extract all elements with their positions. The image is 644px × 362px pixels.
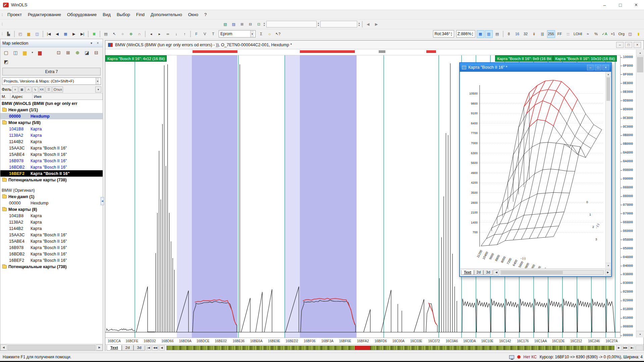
projects-combo-arrow-icon[interactable]: ▾	[96, 78, 99, 84]
tree-row[interactable]: 16B978 Карта "Bosch II 16"	[0, 244, 103, 251]
tree-row[interactable]: 00000 Hexdump	[0, 200, 103, 206]
spinner-c[interactable]: ▴▾	[359, 22, 360, 26]
toolbar-icon[interactable]: ▶|	[78, 30, 86, 38]
toolbar-icon[interactable]: |||	[539, 30, 546, 38]
toolbar-icon[interactable]: %	[592, 30, 600, 38]
toolbar-icon[interactable]	[190, 31, 191, 37]
toolbar-icon[interactable]: ◫	[626, 30, 634, 38]
history-forward-button[interactable]: ▶	[373, 20, 380, 28]
tree-row[interactable]: BMW (Оригинал)	[0, 187, 103, 193]
step-back-button[interactable]: ◀	[159, 345, 165, 351]
tree-row[interactable]: Мои карты (5/8)	[0, 119, 103, 126]
eprom-combo[interactable]: Eprom ▾	[219, 30, 256, 38]
menu-item[interactable]: Find	[133, 11, 148, 18]
toolbar-icon[interactable]: ≣	[90, 30, 98, 38]
panel-tool-icon[interactable]: ▆	[20, 48, 29, 57]
toolbar-icon[interactable]: ⊟	[247, 20, 254, 28]
panel-close-icon[interactable]: ×	[95, 41, 101, 45]
toolbar-icon[interactable]: ii	[530, 30, 538, 38]
tree-row[interactable]: 16B978 Карта "Bosch II 16"	[0, 158, 103, 164]
history-back-button[interactable]: ◀	[364, 20, 372, 28]
tree-row[interactable]: 00000 Hexdump	[0, 113, 103, 119]
toolbar-icon[interactable]: Σ	[257, 30, 265, 38]
tree-row[interactable]: Потенциальные карты (738)	[0, 263, 103, 270]
toolbar-icon[interactable]: ▦	[62, 30, 69, 38]
toolbar-icon[interactable]	[43, 31, 43, 37]
toolbar1-field-a[interactable]	[266, 21, 317, 27]
map-horizontal-scrollbar[interactable]	[500, 270, 604, 275]
tree-row[interactable]: 1138A2 Карта	[0, 132, 103, 138]
toolbar-icon[interactable]: ◂	[147, 30, 155, 38]
toolbar-icon[interactable]: ◰	[16, 30, 24, 38]
panel-tool-icon[interactable]: ▢	[2, 48, 10, 57]
toolbar-icon[interactable]	[503, 31, 503, 37]
tree-row[interactable]: 1144B2 Карта	[0, 225, 103, 232]
panel-horizontal-scrollbar[interactable]: ◀ ▶	[0, 344, 103, 351]
panel-tool-icon[interactable]: ⊟	[92, 48, 101, 57]
toolbar-icon[interactable]: ▮	[635, 30, 642, 38]
menu-item[interactable]: ?	[201, 11, 210, 18]
toolbar-icon[interactable]: ⊞	[238, 20, 246, 28]
toolbar-icon[interactable]: ≈	[584, 30, 592, 38]
toolbar-icon[interactable]: ⊕	[127, 30, 135, 38]
scroll-up-icon[interactable]: ▴	[636, 50, 644, 56]
toolbar-icon[interactable]: T	[209, 30, 217, 38]
toolbar-icon[interactable]: 255	[547, 30, 555, 38]
toolbar-icon[interactable]: 32	[522, 30, 530, 38]
close-button[interactable]: ×	[628, 0, 644, 10]
filter-button[interactable]: ≡	[12, 86, 18, 93]
toolbar-icon[interactable]: ⊡	[255, 20, 263, 28]
toolbar-icon[interactable]	[145, 31, 146, 37]
map-scroll-up-icon[interactable]: ▴	[606, 72, 611, 77]
map-3d-window[interactable]: Карта "Bosch II 16" * – □ × 105009800910…	[459, 62, 612, 277]
toolbar-icon[interactable]: V	[201, 30, 209, 38]
spinner-b[interactable]: ▴▾	[318, 22, 319, 26]
tree-row[interactable]: 15AA3C Карта "Bosch II 16"	[0, 145, 103, 151]
toolbar-icon[interactable]: ∩	[136, 30, 143, 38]
menu-item[interactable]: Дополнительно	[148, 11, 185, 18]
filter-button[interactable]: ↳	[32, 86, 38, 93]
hexdump-minimap-scrollbar[interactable]	[166, 346, 614, 350]
rotation-spinner[interactable]: ▴▾	[451, 32, 452, 36]
toolbar-icon[interactable]: ▸	[156, 30, 163, 38]
rotation-spinbox[interactable]: Rot:346° ▴▾	[433, 30, 454, 38]
map-hscroll-thumb[interactable]	[501, 271, 562, 274]
panel-tool-icon[interactable]	[45, 48, 54, 57]
toolbar-icon[interactable]: ▤	[102, 30, 110, 38]
map-view-tab[interactable]: Text	[461, 270, 474, 275]
editor-vertical-scrollbar[interactable]: ▴ ▾	[636, 50, 644, 338]
map-scroll-right-icon[interactable]: ▶	[605, 270, 611, 275]
panel-tool-icon[interactable]: ⊞	[64, 48, 72, 57]
tree-row[interactable]: 1138A2 Карта	[0, 219, 103, 225]
column-address[interactable]: Адрес	[10, 94, 33, 100]
map-flag-9x9[interactable]: Карта "Bosch II 16": 9x9 (16 Bit	[495, 55, 553, 62]
map-window-titlebar[interactable]: Карта "Bosch II 16" * – □ ×	[460, 63, 611, 72]
menu-item[interactable]: Вид	[100, 11, 114, 18]
filter-dropdown-icon[interactable]: ▾	[95, 86, 101, 93]
tree-row[interactable]: 16BDB2 Карта "Bosch II 16"	[0, 164, 103, 170]
spinner-a[interactable]: ▴▾	[264, 22, 265, 26]
filter-button[interactable]: ▦	[19, 86, 25, 93]
toolbar-icon[interactable]: 8	[505, 30, 513, 38]
scroll-down-icon[interactable]: ▾	[636, 331, 644, 338]
child-minimize-button[interactable]: –	[616, 42, 624, 48]
map-close-button[interactable]: ×	[602, 65, 609, 70]
page-back-button[interactable]: ◀◀	[152, 345, 158, 351]
column-m[interactable]: М.	[0, 94, 10, 100]
scroll-left-icon[interactable]: ◀	[0, 345, 7, 351]
toolbar-icon[interactable]	[88, 31, 89, 37]
toolbar-icon[interactable]	[100, 31, 100, 37]
toolbar-icon[interactable]: ▦	[477, 30, 484, 38]
panel-tool-icon[interactable]: ▆	[36, 48, 44, 57]
hexdump-window-titlebar[interactable]: BMW (WinOLS (BMW (tun egr only errors od…	[105, 41, 644, 49]
map-flag-10x10[interactable]: Карта "Bosch II 16": 10x10 (16 Bit)	[553, 55, 617, 62]
zoom-spinbox[interactable]: Z:886% ▴▾	[456, 30, 475, 38]
toolbar-icon[interactable]: ∞	[164, 30, 172, 38]
panel-tool-icon[interactable]: ⊡	[54, 48, 63, 57]
panel-scroll-thumb[interactable]	[7, 345, 96, 350]
extra-7-button[interactable]: Extra 7	[2, 68, 101, 75]
toolbar-icon[interactable]: ◫	[33, 30, 41, 38]
tree-row[interactable]: 1041B8 Карта	[0, 213, 103, 219]
menu-item[interactable]: Оборудование	[64, 11, 100, 18]
tree-row[interactable]: 15AA3C Карта "Bosch II 16"	[0, 232, 103, 238]
